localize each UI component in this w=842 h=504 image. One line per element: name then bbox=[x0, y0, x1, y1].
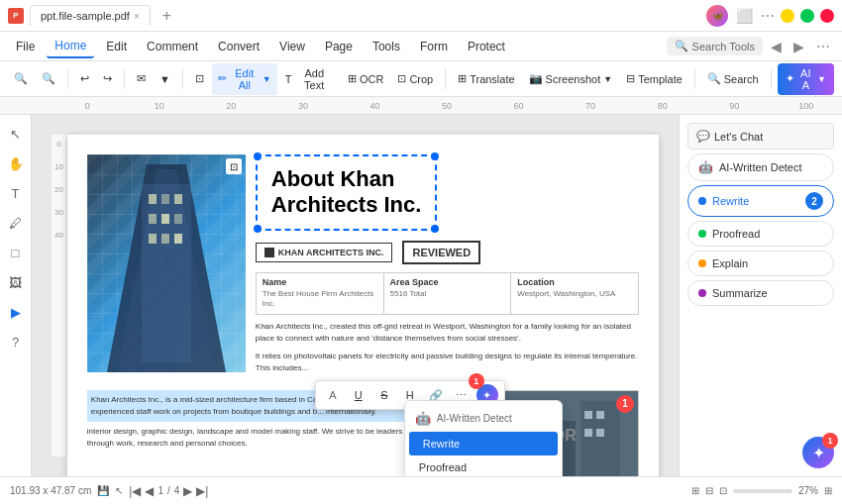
separator-5 bbox=[694, 69, 695, 89]
sidebar-help-icon[interactable]: ? bbox=[5, 331, 27, 353]
page-area: 0 10 20 30 40 bbox=[32, 115, 679, 476]
select-btn[interactable]: ⊡ bbox=[189, 68, 210, 89]
tab-close-btn[interactable]: × bbox=[134, 11, 140, 22]
tab-label: ppt.file-sample.pdf bbox=[41, 10, 130, 22]
prev-page-btn[interactable]: ◀ bbox=[145, 484, 154, 498]
summarize-label: Summarize bbox=[712, 287, 768, 299]
ai-detect-label: AI-Written Detect bbox=[719, 161, 802, 173]
ai-btn[interactable]: ✦ AI A ▼ bbox=[778, 63, 834, 95]
nav-forward[interactable]: ▶ bbox=[789, 39, 808, 54]
maximize-btn[interactable] bbox=[800, 9, 814, 23]
rewrite-btn[interactable]: Rewrite 2 bbox=[687, 185, 834, 217]
zoom-in-btn[interactable]: 🔍 bbox=[36, 68, 61, 89]
layout-icon[interactable]: ⊞ bbox=[691, 485, 699, 496]
save-icon[interactable]: 💾 bbox=[97, 485, 109, 496]
float-underline-btn[interactable]: U bbox=[348, 384, 369, 406]
window-icon-1[interactable]: ⬜ bbox=[736, 8, 753, 24]
separator-4 bbox=[445, 69, 446, 89]
menu-convert[interactable]: Convert bbox=[210, 36, 267, 57]
edit-all-btn[interactable]: ✏ Edit All ▼ bbox=[212, 63, 277, 95]
chat-btn[interactable]: 💬 Let's Chat bbox=[687, 123, 834, 150]
proofread-btn[interactable]: Proofread bbox=[687, 221, 834, 247]
close-btn[interactable] bbox=[820, 9, 834, 23]
redo-icon: ↪ bbox=[103, 72, 112, 85]
building-image: ⊡ bbox=[87, 154, 246, 372]
sidebar-shape-icon[interactable]: □ bbox=[5, 242, 27, 263]
summarize-btn[interactable]: Summarize bbox=[687, 280, 834, 306]
pdf-page: ⊡ About Khan Architects Inc. bbox=[67, 135, 659, 476]
menu-view[interactable]: View bbox=[271, 36, 313, 57]
explain-btn[interactable]: Explain bbox=[687, 251, 834, 276]
last-page-btn[interactable]: ▶| bbox=[196, 484, 208, 498]
first-page-btn[interactable]: |◀ bbox=[129, 484, 141, 498]
context-menu-rewrite[interactable]: Rewrite bbox=[409, 432, 558, 455]
sidebar-hand-icon[interactable]: ✋ bbox=[5, 152, 27, 174]
svg-rect-23 bbox=[596, 429, 604, 437]
menu-comment[interactable]: Comment bbox=[139, 36, 206, 57]
info-area-cell: Area Space 5516 Total bbox=[384, 273, 512, 314]
badge-1-on-image: 1 bbox=[616, 395, 634, 413]
sidebar-text-icon[interactable]: T bbox=[5, 182, 27, 204]
ocr-icon: ⊞ bbox=[348, 72, 357, 85]
menu-form[interactable]: Form bbox=[412, 36, 456, 57]
window-icon-2[interactable]: ⋯ bbox=[761, 8, 775, 24]
menu-file[interactable]: File bbox=[8, 36, 43, 57]
email-btn[interactable]: ✉ bbox=[131, 68, 152, 89]
search-btn[interactable]: 🔍 Search bbox=[701, 68, 765, 89]
menu-tools[interactable]: Tools bbox=[365, 36, 408, 57]
svg-rect-22 bbox=[584, 429, 592, 437]
sidebar-annotation-icon[interactable]: 🖊 bbox=[5, 212, 27, 234]
user-avatar[interactable]: 🦋 bbox=[706, 5, 728, 27]
float-strikethrough-btn[interactable]: S bbox=[373, 384, 395, 406]
active-tab[interactable]: ppt.file-sample.pdf × bbox=[30, 5, 151, 26]
crop-btn[interactable]: ⊡ Crop bbox=[391, 68, 439, 89]
template-btn[interactable]: ⊟ Template bbox=[620, 68, 688, 89]
zoom-slider[interactable] bbox=[733, 489, 792, 493]
logo-text: KHAN ARCHITECTS INC. bbox=[278, 248, 384, 257]
fit-icon[interactable]: ⊡ bbox=[719, 485, 727, 496]
main-area: ↖ ✋ T 🖊 □ 🖼 ▶ ? 0 10 20 30 40 bbox=[0, 115, 842, 476]
ai-sparkle-panel[interactable]: ✦ 1 bbox=[802, 437, 834, 468]
menu-page[interactable]: Page bbox=[317, 36, 361, 57]
undo-icon: ↩ bbox=[80, 72, 89, 85]
menu-edit[interactable]: Edit bbox=[98, 36, 135, 57]
search-tools[interactable]: 🔍 Search Tools bbox=[667, 37, 763, 55]
ai-icon: ✦ bbox=[786, 72, 794, 85]
ai-detect-btn[interactable]: 🤖 AI-Written Detect bbox=[687, 153, 834, 181]
toolbar: 🔍 🔍 ↩ ↪ ✉ ▼ ⊡ ✏ Edit All ▼ T Add Text ⊞ … bbox=[0, 61, 842, 97]
undo-btn[interactable]: ↩ bbox=[74, 68, 95, 89]
menu-home[interactable]: Home bbox=[47, 35, 94, 58]
menu-protect[interactable]: Protect bbox=[460, 36, 513, 57]
page-corner-icon[interactable]: ⊡ bbox=[226, 158, 242, 174]
nav-back[interactable]: ◀ bbox=[767, 39, 786, 54]
view-icon[interactable]: ⊟ bbox=[705, 485, 713, 496]
vertical-ruler: 0 10 20 30 40 bbox=[52, 135, 67, 456]
sidebar-expand-icon[interactable]: ▶ bbox=[5, 301, 27, 323]
ocr-btn[interactable]: ⊞ OCR bbox=[342, 68, 389, 89]
float-font-btn[interactable]: A bbox=[322, 384, 344, 406]
svg-rect-5 bbox=[174, 194, 182, 204]
redo-btn[interactable]: ↪ bbox=[97, 68, 118, 89]
zoom-out-btn[interactable]: 🔍 bbox=[8, 68, 34, 89]
sidebar-image-icon[interactable]: 🖼 bbox=[5, 271, 27, 293]
app-icon: P bbox=[8, 8, 24, 24]
dimensions-text: 101.93 x 47.87 cm bbox=[10, 485, 91, 496]
separator-6 bbox=[771, 69, 772, 89]
nav-more[interactable]: ⋯ bbox=[812, 39, 834, 54]
context-menu-proofread[interactable]: Proofread bbox=[405, 455, 562, 476]
separator-3 bbox=[182, 69, 183, 89]
add-tab-btn[interactable]: + bbox=[157, 7, 177, 25]
cursor-icon[interactable]: ↖ bbox=[115, 485, 123, 496]
search-icon: 🔍 bbox=[675, 40, 688, 52]
translate-btn[interactable]: ⊞ Translate bbox=[452, 68, 520, 89]
screenshot-btn[interactable]: 📷 Screenshot ▼ bbox=[523, 68, 619, 89]
select-icon: ⊡ bbox=[195, 72, 204, 85]
minimize-btn[interactable] bbox=[781, 9, 794, 23]
next-page-btn[interactable]: ▶ bbox=[183, 484, 192, 498]
add-text-btn[interactable]: T Add Text bbox=[279, 63, 340, 95]
more-btn[interactable]: ▼ bbox=[154, 69, 176, 89]
zoom-expand-icon[interactable]: ⊞ bbox=[824, 485, 832, 496]
sidebar-cursor-icon[interactable]: ↖ bbox=[5, 123, 27, 145]
page-right: About Khan Architects Inc. KHAN ARCHITEC… bbox=[256, 154, 639, 380]
svg-rect-8 bbox=[174, 214, 182, 224]
